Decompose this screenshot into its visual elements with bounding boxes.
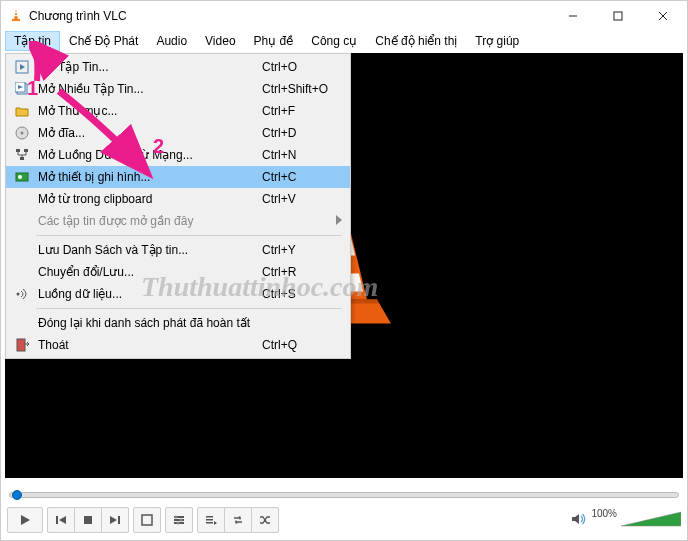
menu-item-label: Mở Nhiều Tập Tin... [34,82,262,96]
menu-separator [36,235,342,236]
stop-button[interactable] [74,507,102,533]
svg-marker-47 [572,514,579,524]
svg-rect-45 [206,522,213,524]
submenu-arrow-icon [336,214,342,228]
menu-item-shortcut: Ctrl+O [262,60,342,74]
menu-item-shortcut: Ctrl+Shift+O [262,82,342,96]
shuffle-button[interactable] [251,507,279,533]
volume-control[interactable]: 100% [571,510,681,530]
menu-item-label: Mở Luồng Dữ liệu từ Mạng... [34,148,262,162]
menu-item-label: Các tập tin được mở gần đây [34,214,336,228]
seek-track[interactable] [9,492,679,498]
disc-icon [10,126,34,140]
menu-item-label: Đóng lại khi danh sách phát đã hoàn tất [34,316,262,330]
svg-rect-33 [84,516,92,524]
svg-rect-5 [614,12,622,20]
loop-button[interactable] [224,507,252,533]
svg-marker-0 [14,9,18,19]
svg-point-40 [175,516,178,519]
play-file-icon [10,60,34,74]
playlist-button[interactable] [197,507,225,533]
menu-item-6[interactable]: Mở từ trong clipboardCtrl+V [6,188,350,210]
menu-item-label: Lưu Danh Sách và Tập tin... [34,243,262,257]
svg-marker-32 [59,516,66,524]
svg-rect-36 [142,515,152,525]
window-title: Chương trình VLC [29,9,550,23]
title-bar: Chương trình VLC [1,1,687,31]
menu-item-shortcut: Ctrl+D [262,126,342,140]
menu-item-5[interactable]: Mở thiết bị ghi hình...Ctrl+C [6,166,350,188]
menu-item-11[interactable]: Luồng dữ liệu...Ctrl+S [6,283,350,305]
menu-tr-gi-p[interactable]: Trợ giúp [466,31,528,51]
play-files-icon [10,82,34,96]
menu-item-label: Mở thiết bị ghi hình... [34,170,262,184]
svg-rect-22 [24,149,28,152]
menu-item-13[interactable]: Đóng lại khi danh sách phát đã hoàn tất [6,312,350,334]
svg-rect-35 [118,516,120,524]
minimize-button[interactable] [550,2,595,30]
svg-rect-43 [206,516,213,518]
network-icon [10,148,34,162]
menu-ch-hi-n-th-[interactable]: Chế độ hiển thị [366,31,466,51]
svg-point-41 [180,519,183,522]
menu-item-9[interactable]: Lưu Danh Sách và Tập tin...Ctrl+Y [6,239,350,261]
menu-audio[interactable]: Audio [147,31,196,51]
ext-settings-button[interactable] [165,507,193,533]
svg-rect-21 [16,149,20,152]
menu-item-14[interactable]: ThoátCtrl+Q [6,334,350,356]
play-button[interactable] [7,507,43,533]
menu-item-2[interactable]: Mở Thư mục...Ctrl+F [6,100,350,122]
menu-item-shortcut: Ctrl+C [262,170,342,184]
controls-bar: 100% [7,506,681,534]
menu-item-label: Mở Tập Tin... [34,60,262,74]
svg-point-20 [21,132,24,135]
menu-item-shortcut: Ctrl+F [262,104,342,118]
menu-bar: Tập tinChế Độ PhátAudioVideoPhụ đềCông c… [1,31,687,51]
seek-bar[interactable] [9,488,679,502]
speaker-icon[interactable] [571,512,587,529]
menu-item-shortcut: Ctrl+V [262,192,342,206]
svg-rect-28 [17,339,25,351]
maximize-button[interactable] [595,2,640,30]
fullscreen-button[interactable] [133,507,161,533]
menu-item-label: Thoát [34,338,262,352]
menu-item-shortcut: Ctrl+N [262,148,342,162]
seek-knob[interactable] [12,490,22,500]
menu-item-4[interactable]: Mở Luồng Dữ liệu từ Mạng...Ctrl+N [6,144,350,166]
menu-item-shortcut: Ctrl+R [262,265,342,279]
menu-c-ng-c-[interactable]: Công cụ [302,31,366,51]
file-menu-dropdown: Mở Tập Tin...Ctrl+OMở Nhiều Tập Tin...Ct… [5,53,351,359]
menu-video[interactable]: Video [196,31,244,51]
svg-point-27 [17,293,20,296]
menu-item-0[interactable]: Mở Tập Tin...Ctrl+O [6,56,350,78]
menu-item-3[interactable]: Mở đĩa...Ctrl+D [6,122,350,144]
svg-rect-3 [14,15,18,16]
svg-rect-23 [20,157,24,160]
menu-item-label: Mở đĩa... [34,126,262,140]
menu-item-label: Chuyển đổi/Lưu... [34,265,262,279]
menu-t-p-tin[interactable]: Tập tin [5,31,60,51]
quit-icon [10,338,34,352]
svg-marker-15 [20,64,25,70]
svg-rect-31 [56,516,58,524]
menu-item-shortcut: Ctrl+S [262,287,342,301]
close-button[interactable] [640,2,685,30]
svg-rect-44 [206,519,213,521]
svg-marker-46 [214,521,217,525]
next-button[interactable] [101,507,129,533]
svg-marker-26 [336,215,342,225]
menu-item-1[interactable]: Mở Nhiều Tập Tin...Ctrl+Shift+O [6,78,350,100]
menu-item-7: Các tập tin được mở gần đây [6,210,350,232]
menu-separator [36,308,342,309]
menu-item-10[interactable]: Chuyển đổi/Lưu...Ctrl+R [6,261,350,283]
svg-marker-34 [110,516,117,524]
menu-ch-ph-t[interactable]: Chế Độ Phát [60,31,147,51]
menu-item-label: Mở Thư mục... [34,104,262,118]
menu-ph-[interactable]: Phụ đề [245,31,303,51]
capture-icon [10,170,34,184]
volume-slider[interactable] [621,510,681,530]
menu-item-label: Mở từ trong clipboard [34,192,262,206]
prev-button[interactable] [47,507,75,533]
volume-percent: 100% [591,508,617,519]
svg-point-42 [177,522,180,525]
